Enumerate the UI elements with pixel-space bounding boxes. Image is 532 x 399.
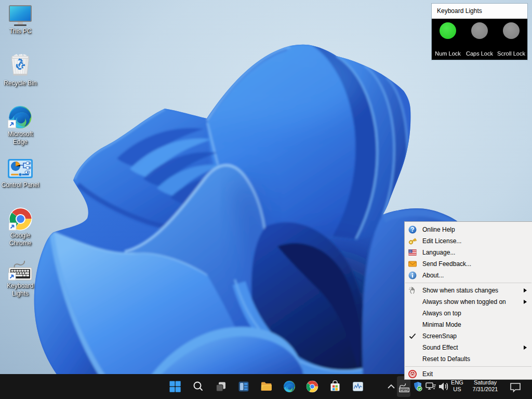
- svg-text:?: ?: [410, 226, 414, 233]
